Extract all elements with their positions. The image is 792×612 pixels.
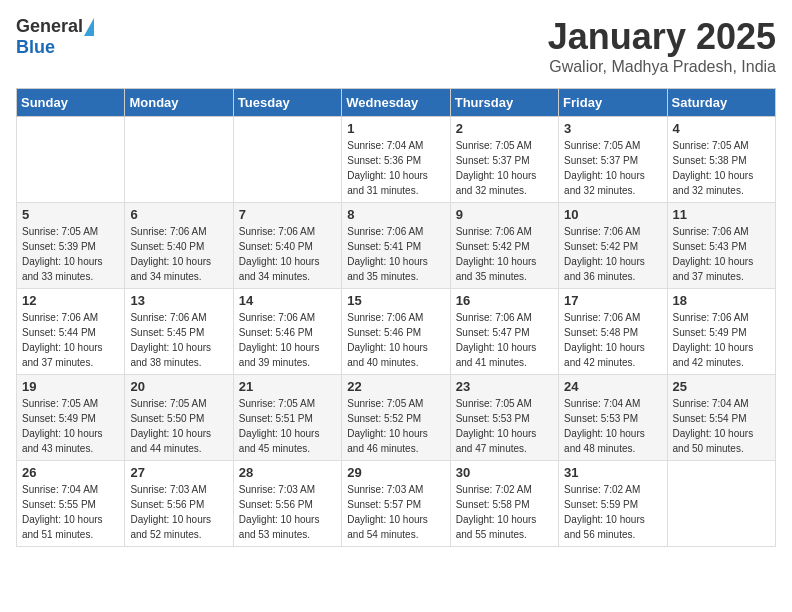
day-info: Sunrise: 7:06 AMSunset: 5:46 PMDaylight:…	[347, 310, 444, 370]
day-info: Sunrise: 7:04 AMSunset: 5:54 PMDaylight:…	[673, 396, 770, 456]
weekday-header-tuesday: Tuesday	[233, 89, 341, 117]
day-info: Sunrise: 7:05 AMSunset: 5:51 PMDaylight:…	[239, 396, 336, 456]
page-header: General Blue January 2025 Gwalior, Madhy…	[16, 16, 776, 76]
day-info: Sunrise: 7:06 AMSunset: 5:46 PMDaylight:…	[239, 310, 336, 370]
calendar-cell: 9Sunrise: 7:06 AMSunset: 5:42 PMDaylight…	[450, 203, 558, 289]
day-info: Sunrise: 7:03 AMSunset: 5:56 PMDaylight:…	[130, 482, 227, 542]
calendar-title: January 2025	[548, 16, 776, 58]
day-number: 16	[456, 293, 553, 308]
day-number: 18	[673, 293, 770, 308]
day-info: Sunrise: 7:06 AMSunset: 5:45 PMDaylight:…	[130, 310, 227, 370]
calendar-cell: 25Sunrise: 7:04 AMSunset: 5:54 PMDayligh…	[667, 375, 775, 461]
weekday-header-sunday: Sunday	[17, 89, 125, 117]
day-number: 15	[347, 293, 444, 308]
day-number: 12	[22, 293, 119, 308]
calendar-cell: 5Sunrise: 7:05 AMSunset: 5:39 PMDaylight…	[17, 203, 125, 289]
calendar-cell: 28Sunrise: 7:03 AMSunset: 5:56 PMDayligh…	[233, 461, 341, 547]
day-number: 28	[239, 465, 336, 480]
calendar-week-row: 1Sunrise: 7:04 AMSunset: 5:36 PMDaylight…	[17, 117, 776, 203]
calendar-table: SundayMondayTuesdayWednesdayThursdayFrid…	[16, 88, 776, 547]
day-info: Sunrise: 7:03 AMSunset: 5:56 PMDaylight:…	[239, 482, 336, 542]
calendar-cell: 31Sunrise: 7:02 AMSunset: 5:59 PMDayligh…	[559, 461, 667, 547]
calendar-cell: 13Sunrise: 7:06 AMSunset: 5:45 PMDayligh…	[125, 289, 233, 375]
day-number: 4	[673, 121, 770, 136]
day-number: 6	[130, 207, 227, 222]
logo: General Blue	[16, 16, 94, 58]
logo-triangle-icon	[84, 18, 94, 36]
weekday-header-row: SundayMondayTuesdayWednesdayThursdayFrid…	[17, 89, 776, 117]
calendar-cell	[125, 117, 233, 203]
day-info: Sunrise: 7:04 AMSunset: 5:53 PMDaylight:…	[564, 396, 661, 456]
day-number: 29	[347, 465, 444, 480]
day-info: Sunrise: 7:06 AMSunset: 5:48 PMDaylight:…	[564, 310, 661, 370]
calendar-week-row: 26Sunrise: 7:04 AMSunset: 5:55 PMDayligh…	[17, 461, 776, 547]
day-number: 2	[456, 121, 553, 136]
day-info: Sunrise: 7:05 AMSunset: 5:37 PMDaylight:…	[564, 138, 661, 198]
calendar-cell: 6Sunrise: 7:06 AMSunset: 5:40 PMDaylight…	[125, 203, 233, 289]
day-number: 27	[130, 465, 227, 480]
day-number: 9	[456, 207, 553, 222]
calendar-cell: 4Sunrise: 7:05 AMSunset: 5:38 PMDaylight…	[667, 117, 775, 203]
day-info: Sunrise: 7:05 AMSunset: 5:52 PMDaylight:…	[347, 396, 444, 456]
day-info: Sunrise: 7:06 AMSunset: 5:40 PMDaylight:…	[130, 224, 227, 284]
day-number: 20	[130, 379, 227, 394]
day-info: Sunrise: 7:04 AMSunset: 5:55 PMDaylight:…	[22, 482, 119, 542]
calendar-cell: 29Sunrise: 7:03 AMSunset: 5:57 PMDayligh…	[342, 461, 450, 547]
day-info: Sunrise: 7:05 AMSunset: 5:38 PMDaylight:…	[673, 138, 770, 198]
day-info: Sunrise: 7:04 AMSunset: 5:36 PMDaylight:…	[347, 138, 444, 198]
calendar-week-row: 19Sunrise: 7:05 AMSunset: 5:49 PMDayligh…	[17, 375, 776, 461]
day-number: 3	[564, 121, 661, 136]
calendar-cell: 7Sunrise: 7:06 AMSunset: 5:40 PMDaylight…	[233, 203, 341, 289]
calendar-cell: 17Sunrise: 7:06 AMSunset: 5:48 PMDayligh…	[559, 289, 667, 375]
calendar-cell: 1Sunrise: 7:04 AMSunset: 5:36 PMDaylight…	[342, 117, 450, 203]
calendar-cell: 12Sunrise: 7:06 AMSunset: 5:44 PMDayligh…	[17, 289, 125, 375]
calendar-cell: 18Sunrise: 7:06 AMSunset: 5:49 PMDayligh…	[667, 289, 775, 375]
day-info: Sunrise: 7:05 AMSunset: 5:37 PMDaylight:…	[456, 138, 553, 198]
weekday-header-thursday: Thursday	[450, 89, 558, 117]
day-info: Sunrise: 7:06 AMSunset: 5:41 PMDaylight:…	[347, 224, 444, 284]
day-info: Sunrise: 7:06 AMSunset: 5:44 PMDaylight:…	[22, 310, 119, 370]
day-number: 30	[456, 465, 553, 480]
calendar-cell: 14Sunrise: 7:06 AMSunset: 5:46 PMDayligh…	[233, 289, 341, 375]
day-info: Sunrise: 7:06 AMSunset: 5:49 PMDaylight:…	[673, 310, 770, 370]
day-number: 24	[564, 379, 661, 394]
calendar-cell	[233, 117, 341, 203]
weekday-header-monday: Monday	[125, 89, 233, 117]
day-info: Sunrise: 7:05 AMSunset: 5:39 PMDaylight:…	[22, 224, 119, 284]
day-number: 5	[22, 207, 119, 222]
calendar-cell: 23Sunrise: 7:05 AMSunset: 5:53 PMDayligh…	[450, 375, 558, 461]
calendar-cell: 19Sunrise: 7:05 AMSunset: 5:49 PMDayligh…	[17, 375, 125, 461]
day-info: Sunrise: 7:06 AMSunset: 5:43 PMDaylight:…	[673, 224, 770, 284]
calendar-cell: 2Sunrise: 7:05 AMSunset: 5:37 PMDaylight…	[450, 117, 558, 203]
logo-blue: Blue	[16, 37, 55, 58]
day-number: 14	[239, 293, 336, 308]
day-number: 21	[239, 379, 336, 394]
day-number: 11	[673, 207, 770, 222]
calendar-cell: 11Sunrise: 7:06 AMSunset: 5:43 PMDayligh…	[667, 203, 775, 289]
day-number: 13	[130, 293, 227, 308]
day-info: Sunrise: 7:03 AMSunset: 5:57 PMDaylight:…	[347, 482, 444, 542]
calendar-week-row: 5Sunrise: 7:05 AMSunset: 5:39 PMDaylight…	[17, 203, 776, 289]
title-block: January 2025 Gwalior, Madhya Pradesh, In…	[548, 16, 776, 76]
calendar-cell: 16Sunrise: 7:06 AMSunset: 5:47 PMDayligh…	[450, 289, 558, 375]
calendar-cell: 10Sunrise: 7:06 AMSunset: 5:42 PMDayligh…	[559, 203, 667, 289]
calendar-cell	[667, 461, 775, 547]
calendar-cell	[17, 117, 125, 203]
day-number: 31	[564, 465, 661, 480]
calendar-cell: 3Sunrise: 7:05 AMSunset: 5:37 PMDaylight…	[559, 117, 667, 203]
calendar-cell: 24Sunrise: 7:04 AMSunset: 5:53 PMDayligh…	[559, 375, 667, 461]
day-number: 10	[564, 207, 661, 222]
day-info: Sunrise: 7:06 AMSunset: 5:42 PMDaylight:…	[564, 224, 661, 284]
calendar-cell: 30Sunrise: 7:02 AMSunset: 5:58 PMDayligh…	[450, 461, 558, 547]
logo-general: General	[16, 16, 83, 37]
calendar-cell: 26Sunrise: 7:04 AMSunset: 5:55 PMDayligh…	[17, 461, 125, 547]
day-info: Sunrise: 7:06 AMSunset: 5:47 PMDaylight:…	[456, 310, 553, 370]
day-number: 7	[239, 207, 336, 222]
day-info: Sunrise: 7:05 AMSunset: 5:50 PMDaylight:…	[130, 396, 227, 456]
weekday-header-wednesday: Wednesday	[342, 89, 450, 117]
calendar-cell: 15Sunrise: 7:06 AMSunset: 5:46 PMDayligh…	[342, 289, 450, 375]
day-number: 23	[456, 379, 553, 394]
day-info: Sunrise: 7:02 AMSunset: 5:59 PMDaylight:…	[564, 482, 661, 542]
calendar-cell: 27Sunrise: 7:03 AMSunset: 5:56 PMDayligh…	[125, 461, 233, 547]
calendar-week-row: 12Sunrise: 7:06 AMSunset: 5:44 PMDayligh…	[17, 289, 776, 375]
